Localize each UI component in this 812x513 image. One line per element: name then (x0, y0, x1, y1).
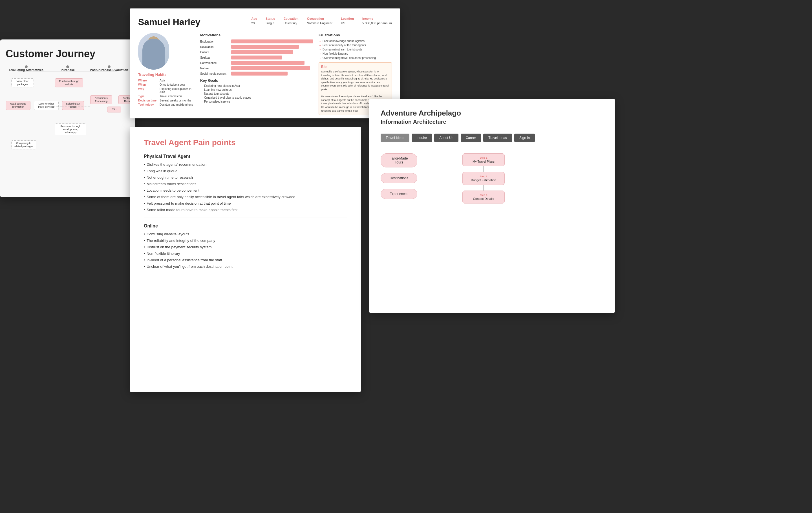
node-purchase-website: Purchase through website (55, 78, 83, 87)
habit-tech-value: Desktop and mobile phone (160, 103, 193, 106)
frustration-3: →Non-flexible itinerary (319, 52, 392, 55)
location-label: Location (341, 17, 354, 20)
pain-online-1: The reliability and integrity of the com… (144, 238, 347, 243)
journey-line (18, 71, 117, 72)
motivation-bar-0 (231, 39, 313, 43)
frustration-text-2: Boring mainstream tourist spots (323, 48, 362, 51)
habit-why-label: Why (138, 87, 158, 94)
persona-body: Traveling Habits Where Asia When Once to… (138, 33, 392, 115)
habit-decision-label: Decision time (138, 99, 158, 102)
motivation-bar-4 (231, 61, 304, 65)
nav-travel-ideas-2[interactable]: Travel Ideas (483, 133, 512, 142)
frustration-text-0: Lack of knowledge about logistics (323, 39, 365, 42)
frustration-text-1: Fear of reliability of the tour agents (323, 44, 366, 47)
ia-left-row: Tailor-Made Tours Destinations Experienc… (381, 153, 417, 199)
income-value: > $80,000 per annum (362, 22, 392, 25)
age-value: 29 (251, 22, 257, 25)
pain-physical-5: Some of them are only easily accessible … (144, 195, 347, 199)
goal-text-3: Organised travel plan to exotic places (204, 96, 251, 99)
stage-postpurchase: Post-Purchase Evaluation (88, 65, 130, 74)
occupation-label: Occupation (307, 17, 333, 20)
nav-about-us[interactable]: About Us (434, 133, 458, 142)
nav-career[interactable]: Career (461, 133, 481, 142)
nav-inquire[interactable]: Inquire (412, 133, 432, 142)
habit-type: Type Travel chameleon (138, 95, 195, 98)
persona-habits: Traveling Habits Where Asia When Once to… (138, 72, 195, 115)
education-value: University (284, 22, 298, 25)
photo-figure (142, 39, 165, 70)
meta-location: Location US (341, 17, 354, 25)
stage-dot-evaluating (25, 65, 28, 68)
motivation-label-0: Exploration (200, 40, 231, 43)
meta-income: Income > $80,000 per annum (362, 17, 392, 25)
connector-1 (30, 84, 55, 84)
journey-stages: Evaluating Alternatives Purchase Post-Pu… (6, 65, 130, 74)
node-comparing: Comparing to related packages (11, 140, 36, 149)
arrow-icon-4: → (200, 100, 203, 103)
meta-status: Status Single (266, 17, 275, 25)
pain-online-4: In-need of a personal assistance from th… (144, 258, 347, 262)
frustrations-title: Frustrations (319, 33, 392, 37)
meta-age: Age 29 (251, 17, 257, 25)
persona-center: Motivations Exploration Relaxation Cultu… (200, 33, 313, 115)
goal-text-2: Natural tourist spots (204, 92, 229, 95)
pain-physical-7: Some tailor made tours have to make appo… (144, 208, 347, 212)
frustration-2: →Boring mainstream tourist spots (319, 48, 392, 51)
ia-step-1-name: My Travel Plans (467, 160, 500, 163)
ia-connector-v-2 (399, 183, 399, 189)
goal-2: →Natural tourist spots (200, 92, 313, 95)
motivation-label-6: Social media content (200, 72, 231, 75)
ia-step-3-name: Contact Details (467, 197, 500, 201)
motivation-label-5: Nature (200, 67, 231, 70)
ia-step-3: Step 3 Contact Details (462, 190, 505, 204)
nav-sign-in[interactable]: Sign In (514, 133, 535, 142)
ia-step-2-label: Step 2 (467, 175, 500, 178)
status-value: Single (266, 22, 275, 25)
habit-where-value: Asia (160, 79, 165, 82)
age-label: Age (251, 17, 257, 20)
pain-online-2: Distrust on the payment security system (144, 245, 347, 249)
persona-header: Samuel Harley Age 29 Status Single Educa… (138, 17, 392, 27)
arrow-icon-1: → (200, 88, 203, 91)
frustration-arrow-3: → (319, 52, 321, 55)
motivation-convenience: Convenience (200, 61, 313, 65)
goal-3: →Organised travel plan to exotic places (200, 96, 313, 99)
goal-1: →Learning new cultures (200, 88, 313, 91)
ia-left-branch: Tailor-Made Tours Destinations Experienc… (381, 153, 417, 201)
meta-education: Education University (284, 17, 298, 25)
habit-tech-label: Technology (138, 103, 158, 106)
key-goals-title: Key Goals (200, 78, 313, 83)
frustration-1: →Fear of reliability of the tour agents (319, 44, 392, 47)
connector-4 (46, 107, 62, 107)
ia-left-nodes: Tailor-Made Tours Destinations Experienc… (381, 153, 417, 199)
node-selecting: Selecting an option (62, 101, 84, 110)
connector-3 (18, 101, 34, 101)
ia-step-2: Step 2 Budget Estimation (462, 172, 505, 185)
customer-journey-card: Customer Journey Evaluating Alternatives… (0, 39, 135, 197)
motivation-bar-6 (231, 71, 288, 76)
goal-text-1: Learning new cultures (204, 88, 232, 91)
stage-dot-postpurchase (108, 65, 111, 68)
journey-title: Customer Journey (6, 48, 130, 60)
motivation-bar-1 (231, 45, 299, 49)
habit-where-label: Where (138, 79, 158, 82)
frustration-arrow-0: → (319, 39, 321, 42)
journey-body: View other packages Purchase through web… (6, 78, 130, 169)
connector-5 (62, 107, 90, 107)
frustration-4: →Overwhelming travel document processing (319, 56, 392, 59)
habit-when-value: Once to twice a year (160, 83, 185, 86)
motivation-nature: Nature (200, 66, 313, 70)
nav-travel-ideas-1[interactable]: Travel Ideas (381, 133, 409, 142)
arrow-icon-2: → (200, 92, 203, 95)
stage-purchase: Purchase (47, 65, 89, 74)
habit-why-value: Exploring exotic places in Asia (160, 87, 195, 94)
motivation-exploration: Exploration (200, 39, 313, 43)
income-label: Income (362, 17, 392, 20)
motivation-label-4: Convenience (200, 61, 231, 65)
frustration-text-4: Overwhelming travel document processing (323, 56, 376, 59)
arrow-icon-0: → (200, 84, 203, 87)
motivation-culture: Culture (200, 50, 313, 54)
stage-label-evaluating: Evaluating Alternatives (9, 68, 44, 71)
ia-step-1-label: Step 1 (467, 156, 500, 159)
pain-points-card: Travel Agent Pain points Physical Travel… (130, 127, 361, 392)
